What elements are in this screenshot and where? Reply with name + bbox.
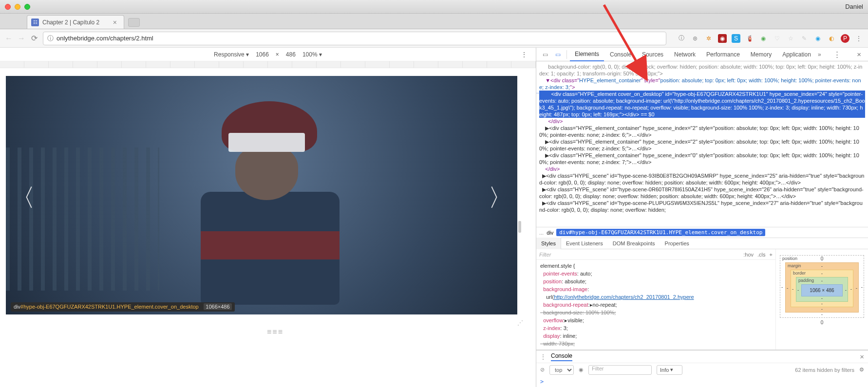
rendered-page[interactable]: 〈 〉 div#hype-obj-E67QGFUZARX42STRK1U1.HY… bbox=[6, 76, 517, 314]
resize-handle-corner[interactable]: ⋰ bbox=[517, 319, 523, 326]
drawer-tab-console[interactable]: Console bbox=[551, 352, 572, 361]
new-tab-button[interactable] bbox=[128, 18, 140, 27]
device-mode-dropdown[interactable]: Responsive ▾ bbox=[214, 51, 249, 58]
chrome-menu-icon[interactable]: ⋮ bbox=[854, 34, 863, 43]
hidden-items-label[interactable]: 62 items hidden by filters bbox=[795, 367, 854, 373]
breadcrumb-item[interactable]: div bbox=[547, 230, 553, 236]
styles-rules: Filter :hov .cls + element.style { point… bbox=[536, 249, 775, 350]
device-height-input[interactable]: 486 bbox=[286, 51, 296, 58]
devtools-panel: ▭ ▭ Elements Console Sources Network Per… bbox=[536, 48, 868, 387]
extension-icon[interactable]: ✎ bbox=[800, 34, 809, 43]
person-graphic bbox=[180, 95, 354, 305]
css-url-link[interactable]: http://onlythebridge.com/chapters/ch2_20… bbox=[554, 294, 694, 300]
dom-line[interactable]: ▶<div class="HYPE_element_container" hyp… bbox=[539, 138, 865, 152]
zoom-dropdown[interactable]: 100% ▾ bbox=[302, 51, 322, 58]
next-arrow-icon[interactable]: 〉 bbox=[490, 184, 510, 213]
extension-icons-left: ⓘ ⊛ ✲ ◉ S 🧯 ◉ ♡ ☆ ✎ ◉ bbox=[677, 34, 822, 43]
maximize-window-icon[interactable] bbox=[24, 4, 30, 10]
console-prompt[interactable]: > bbox=[536, 376, 868, 387]
drawer-close-icon[interactable]: × bbox=[860, 352, 864, 361]
close-window-icon[interactable] bbox=[5, 4, 11, 10]
site-info-icon[interactable]: ⓘ bbox=[47, 34, 54, 43]
styles-pane: Filter :hov .cls + element.style { point… bbox=[536, 249, 868, 350]
elements-tree[interactable]: ... background-color: rgb(0, 0, 0); disp… bbox=[536, 61, 868, 227]
clear-console-icon[interactable]: ⊘ bbox=[540, 367, 545, 373]
resize-handle-right[interactable] bbox=[518, 221, 521, 233]
reload-button[interactable]: ⟳ bbox=[30, 33, 38, 44]
extension-icon[interactable]: ⊛ bbox=[691, 34, 699, 43]
tab-network[interactable]: Network bbox=[669, 48, 700, 61]
bm-bottom-zero: 0 bbox=[780, 320, 864, 325]
console-toolbar: ⊘ top ◉ Filter Info ▾ 62 items hidden by… bbox=[536, 363, 868, 376]
context-selector[interactable]: top bbox=[549, 365, 574, 375]
extension-icon[interactable]: 🧯 bbox=[745, 34, 754, 43]
breadcrumb-selected[interactable]: div#hype-obj-E67QGFUZARX42STRK1U1.HYPE_e… bbox=[556, 229, 765, 236]
dom-line[interactable]: ▶<div class="HYPE_scene" id="hype-scene-… bbox=[539, 200, 865, 213]
back-button[interactable]: ← bbox=[5, 33, 13, 44]
subtab-styles[interactable]: Styles bbox=[536, 238, 561, 249]
subtab-dom-breakpoints[interactable]: DOM Breakpoints bbox=[608, 238, 660, 249]
drawer-menu-icon[interactable]: ⋮ bbox=[540, 353, 546, 360]
tab-title: Chapter 2 | Capítulo 2 bbox=[42, 19, 99, 26]
profile-name[interactable]: Daniel bbox=[845, 3, 863, 10]
dom-line[interactable]: ▶<div class="HYPE_scene" id="hype-scene-… bbox=[539, 172, 865, 186]
subtab-event-listeners[interactable]: Event Listeners bbox=[561, 238, 608, 249]
subtab-properties[interactable]: Properties bbox=[660, 238, 694, 249]
console-filter-input[interactable]: Filter bbox=[588, 365, 652, 375]
tab-memory[interactable]: Memory bbox=[746, 48, 776, 61]
extension-icon[interactable]: ◐ bbox=[827, 34, 836, 43]
extension-icon[interactable]: ☆ bbox=[786, 34, 795, 43]
cls-toggle[interactable]: .cls bbox=[757, 252, 766, 258]
dom-line[interactable]: background-color: rgb(0, 0, 0); display:… bbox=[539, 63, 865, 77]
responsive-ruler[interactable] bbox=[0, 61, 536, 68]
device-toggle-icon[interactable]: ▭ bbox=[552, 49, 564, 60]
tab-performance[interactable]: Performance bbox=[701, 48, 745, 61]
dom-line[interactable]: </div> bbox=[539, 166, 865, 172]
resize-handle-bottom[interactable]: ≡≡≡ bbox=[268, 328, 283, 331]
eye-icon[interactable]: ◉ bbox=[579, 367, 584, 373]
ublock-icon[interactable]: ◉ bbox=[718, 34, 727, 43]
dom-line-selected[interactable]: <div class="HYPE_element cover_on_deskto… bbox=[539, 91, 865, 118]
console-settings-icon[interactable]: ⚙ bbox=[859, 367, 864, 373]
breadcrumb-more[interactable]: ... bbox=[539, 230, 544, 236]
css-rule-block[interactable]: element.style { pointer-events: auto; po… bbox=[536, 260, 775, 350]
extension-icon[interactable]: ⓘ bbox=[677, 34, 686, 43]
dom-line[interactable]: ▶<div class="HYPE_element_container" hyp… bbox=[539, 125, 865, 138]
prev-arrow-icon[interactable]: 〈 bbox=[13, 184, 33, 213]
extension-icon[interactable]: ♡ bbox=[773, 34, 781, 43]
skype-icon[interactable]: S bbox=[732, 34, 740, 43]
styles-filter-input[interactable]: Filter bbox=[539, 252, 551, 258]
tab-strip: ☷ Chapter 2 | Capítulo 2 × bbox=[0, 14, 868, 29]
pinterest-icon[interactable]: P bbox=[841, 34, 849, 43]
extension-icon[interactable]: ◉ bbox=[813, 34, 822, 43]
devtools-close-icon[interactable]: × bbox=[853, 50, 865, 58]
browser-tab[interactable]: ☷ Chapter 2 | Capítulo 2 × bbox=[27, 15, 124, 29]
favicon-icon: ☷ bbox=[31, 18, 39, 26]
device-width-input[interactable]: 1066 bbox=[256, 51, 269, 58]
tab-elements[interactable]: Elements bbox=[570, 48, 604, 61]
rule-selector: element.style { bbox=[540, 262, 772, 270]
bm-position-label: position bbox=[782, 256, 797, 261]
log-level-dropdown[interactable]: Info ▾ bbox=[657, 365, 682, 375]
inspect-element-icon[interactable]: ▭ bbox=[539, 49, 551, 60]
box-model-diagram[interactable]: position 0- -- margin -- -- border -- --… bbox=[775, 249, 868, 350]
address-bar[interactable]: ⓘ onlythebridge.com/chapters/2.html bbox=[43, 32, 666, 45]
dom-line[interactable]: </div> bbox=[539, 118, 865, 125]
minimize-window-icon[interactable] bbox=[15, 4, 20, 10]
dom-line[interactable]: ▶<div class="HYPE_element_container" hyp… bbox=[539, 152, 865, 166]
device-options-icon[interactable]: ⋮ bbox=[521, 51, 527, 58]
close-tab-icon[interactable]: × bbox=[113, 18, 117, 26]
tooltip-tag: div bbox=[14, 304, 20, 310]
tab-application[interactable]: Application bbox=[777, 48, 816, 61]
hov-toggle[interactable]: :hov bbox=[743, 252, 754, 258]
devtools-menu-icon[interactable]: ⋮ bbox=[830, 50, 845, 59]
tab-console[interactable]: Console bbox=[605, 48, 636, 61]
new-rule-button[interactable]: + bbox=[770, 252, 773, 258]
dom-line[interactable]: ▶<div class="HYPE_scene" id="hype-scene-… bbox=[539, 186, 865, 200]
console-drawer-tabs: ⋮ Console × bbox=[536, 350, 868, 363]
tab-sources[interactable]: Sources bbox=[637, 48, 668, 61]
tabs-overflow-icon[interactable]: » bbox=[818, 51, 821, 58]
dom-line[interactable]: ▼<div class="HYPE_element_container" sty… bbox=[539, 77, 865, 91]
extension-icon[interactable]: ◉ bbox=[759, 34, 768, 43]
extension-icon[interactable]: ✲ bbox=[704, 34, 713, 43]
